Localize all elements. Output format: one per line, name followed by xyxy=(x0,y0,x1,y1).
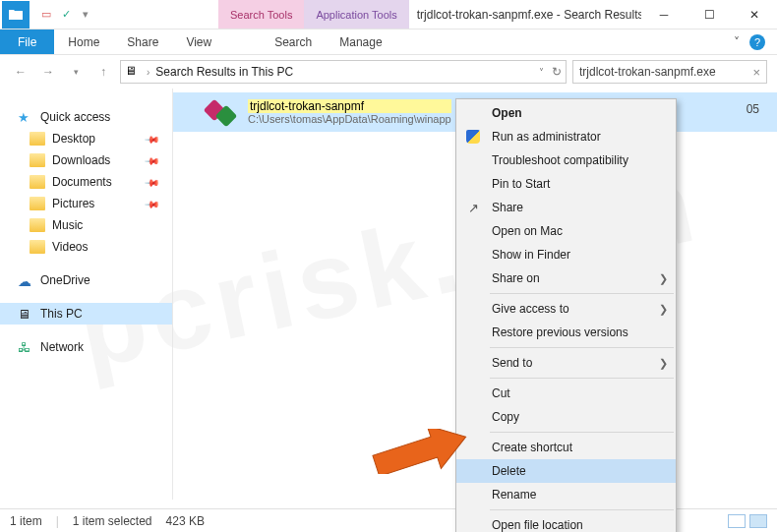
minimize-button[interactable]: ─ xyxy=(641,0,687,30)
folder-icon xyxy=(30,175,45,189)
up-button[interactable]: ↑ xyxy=(92,61,114,83)
status-item-count: 1 item xyxy=(10,514,42,528)
sidebar-item-this-pc[interactable]: This PC xyxy=(0,303,172,325)
menu-show-finder-label: Show in Finder xyxy=(492,248,570,262)
network-label: Network xyxy=(40,340,84,354)
menu-share[interactable]: Share xyxy=(456,196,676,219)
result-meta: 05 xyxy=(747,102,759,116)
result-app-icon xyxy=(207,96,238,128)
pc-icon xyxy=(18,307,33,321)
shield-icon xyxy=(464,128,482,146)
result-path: C:\Users\tomas\AppData\Roaming\winapp xyxy=(248,113,451,125)
menu-delete[interactable]: Delete xyxy=(456,459,676,483)
app-icon[interactable] xyxy=(2,1,30,29)
folder-icon xyxy=(30,240,45,254)
back-button[interactable]: ← xyxy=(10,61,31,83)
ribbon-expand-icon[interactable]: ˅ xyxy=(734,35,740,49)
menu-troubleshoot[interactable]: Troubleshoot compatibility xyxy=(456,148,676,172)
details-view-icon[interactable] xyxy=(728,514,746,528)
breadcrumb[interactable]: Search Results in This PC xyxy=(155,65,293,79)
menu-show-finder[interactable]: Show in Finder xyxy=(456,243,676,266)
address-bar[interactable]: 🖥 › Search Results in This PC ˅ ↻ xyxy=(120,60,567,84)
address-right: ˅ ↻ xyxy=(539,65,562,79)
sidebar-item-videos[interactable]: Videos xyxy=(0,236,172,258)
menu-cut-label: Cut xyxy=(492,386,510,400)
qat-properties-icon[interactable]: ▭ xyxy=(39,8,53,22)
application-tools-tab-header: Application Tools xyxy=(304,0,408,29)
menu-share-label: Share xyxy=(492,201,523,214)
menu-create-shortcut[interactable]: Create shortcut xyxy=(456,436,676,459)
navigation-pane: Quick access Desktop📌 Downloads📌 Documen… xyxy=(0,89,173,500)
sidebar-item-onedrive[interactable]: OneDrive xyxy=(0,269,172,291)
menu-separator xyxy=(490,432,674,433)
search-sub-tab[interactable]: Search xyxy=(261,30,326,54)
close-button[interactable]: ✕ xyxy=(732,0,777,30)
menu-open-mac[interactable]: Open on Mac xyxy=(456,219,676,243)
contextual-tab-group: Search Tools Application Tools xyxy=(218,0,409,29)
menu-open-location[interactable]: Open file location xyxy=(456,513,676,532)
sidebar-item-music[interactable]: Music xyxy=(0,214,172,236)
result-name: trjdlcot-trokan-sanpmf xyxy=(248,99,451,113)
menu-rename-label: Rename xyxy=(492,488,536,502)
cloud-icon xyxy=(18,273,33,287)
menu-open[interactable]: Open xyxy=(456,101,676,125)
menu-send-to[interactable]: Send to❯ xyxy=(456,351,676,375)
sidebar-item-pictures[interactable]: Pictures📌 xyxy=(0,193,172,214)
pin-icon: 📌 xyxy=(145,131,160,147)
pin-icon: 📌 xyxy=(145,152,160,168)
desktop-label: Desktop xyxy=(52,132,95,146)
help-icon[interactable]: ? xyxy=(749,34,765,50)
chevron-right-icon[interactable]: › xyxy=(147,67,149,78)
menu-run-admin-label: Run as administrator xyxy=(492,130,601,144)
menu-share-on[interactable]: Share on❯ xyxy=(456,266,676,290)
title-bar: ▭ ✓ ▾ Search Tools Application Tools trj… xyxy=(0,0,777,30)
menu-cut[interactable]: Cut xyxy=(456,382,676,405)
view-tab[interactable]: View xyxy=(172,30,225,54)
share-icon xyxy=(464,199,482,216)
music-label: Music xyxy=(52,218,83,232)
search-clear-icon[interactable]: × xyxy=(752,65,760,80)
menu-pin-start-label: Pin to Start xyxy=(492,177,550,191)
status-selected: 1 item selected xyxy=(73,514,152,528)
folder-icon xyxy=(30,197,45,210)
menu-troubleshoot-label: Troubleshoot compatibility xyxy=(492,153,628,167)
menu-separator xyxy=(490,293,674,294)
chevron-right-icon: ❯ xyxy=(659,272,668,285)
search-input[interactable] xyxy=(579,65,752,79)
ribbon-right: ˅ ? xyxy=(734,30,777,54)
menu-give-access[interactable]: Give access to❯ xyxy=(456,297,676,321)
forward-button[interactable]: → xyxy=(37,61,59,83)
pin-icon: 📌 xyxy=(145,174,160,190)
file-tab[interactable]: File xyxy=(0,30,54,54)
chevron-right-icon: ❯ xyxy=(659,357,668,370)
share-tab[interactable]: Share xyxy=(113,30,172,54)
sidebar-item-downloads[interactable]: Downloads📌 xyxy=(0,149,172,171)
thumbnails-view-icon[interactable] xyxy=(749,514,767,528)
menu-rename[interactable]: Rename xyxy=(456,483,676,506)
sidebar-item-network[interactable]: Network xyxy=(0,336,172,358)
menu-copy[interactable]: Copy xyxy=(456,405,676,429)
address-dropdown-icon[interactable]: ˅ xyxy=(539,67,544,78)
window-title: trjdlcot-trokan-sanpmf.exe - Search Resu… xyxy=(409,0,641,29)
pin-icon: 📌 xyxy=(145,196,160,211)
menu-restore[interactable]: Restore previous versions xyxy=(456,321,676,344)
menu-run-admin[interactable]: Run as administrator xyxy=(456,125,676,148)
menu-separator xyxy=(490,509,674,510)
menu-pin-start[interactable]: Pin to Start xyxy=(456,172,676,196)
address-row: ← → ▾ ↑ 🖥 › Search Results in This PC ˅ … xyxy=(0,55,777,89)
manage-sub-tab[interactable]: Manage xyxy=(326,30,395,54)
menu-copy-label: Copy xyxy=(492,410,519,424)
search-box[interactable]: × xyxy=(572,60,767,84)
sidebar-item-documents[interactable]: Documents📌 xyxy=(0,171,172,193)
recent-dropdown-icon[interactable]: ▾ xyxy=(65,61,87,83)
refresh-icon[interactable]: ↻ xyxy=(552,65,562,79)
sidebar-item-quick-access[interactable]: Quick access xyxy=(0,106,172,128)
folder-icon xyxy=(30,132,45,146)
qat-check-icon[interactable]: ✓ xyxy=(59,8,73,22)
qat-dropdown-icon[interactable]: ▾ xyxy=(79,8,92,22)
chevron-right-icon: ❯ xyxy=(659,303,668,316)
sidebar-item-desktop[interactable]: Desktop📌 xyxy=(0,128,172,149)
home-tab[interactable]: Home xyxy=(54,30,113,54)
this-pc-label: This PC xyxy=(40,307,83,321)
maximize-button[interactable]: ☐ xyxy=(687,0,732,30)
